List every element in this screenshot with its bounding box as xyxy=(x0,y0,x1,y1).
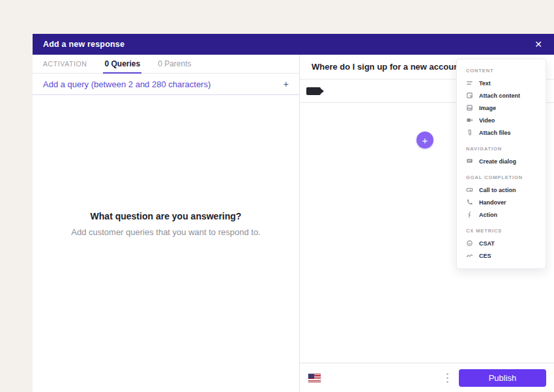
text-icon xyxy=(466,79,473,87)
tab-bar: ACTIVATION 0 Queries 0 Parents xyxy=(33,55,299,74)
menu-item-attach-content[interactable]: Attach content xyxy=(457,89,546,102)
attach-content-icon xyxy=(466,92,473,99)
menu-section-cx-metrics: CX METRICS xyxy=(457,221,546,237)
attach-files-icon xyxy=(466,129,473,136)
text-block-handle[interactable] xyxy=(306,87,321,95)
tab-parents[interactable]: 0 Parents xyxy=(158,55,191,73)
handover-icon xyxy=(466,199,473,206)
add-query-label: Add a query (between 2 and 280 character… xyxy=(43,79,211,89)
menu-section-navigation: NAVIGATION xyxy=(457,139,546,155)
menu-item-image[interactable]: Image xyxy=(457,102,546,114)
more-options-icon[interactable] xyxy=(445,371,450,385)
add-query-row[interactable]: Add a query (between 2 and 280 character… xyxy=(33,74,299,95)
menu-item-handover[interactable]: Handover xyxy=(457,196,546,208)
tab-queries[interactable]: 0 Queries xyxy=(104,55,140,73)
editor-footer: Publish xyxy=(300,363,554,392)
ces-icon xyxy=(466,252,473,259)
menu-section-content: CONTENT xyxy=(457,61,546,77)
menu-item-create-dialog[interactable]: Create dialog xyxy=(457,155,546,167)
create-dialog-icon xyxy=(466,158,473,165)
action-icon xyxy=(466,211,473,218)
us-flag-icon[interactable] xyxy=(308,373,321,383)
menu-item-text[interactable]: Text xyxy=(457,77,546,89)
tab-activation[interactable]: ACTIVATION xyxy=(43,55,87,73)
menu-item-action[interactable]: Action xyxy=(457,208,546,221)
call-to-action-icon xyxy=(466,186,473,193)
add-query-plus-icon[interactable]: + xyxy=(284,79,289,89)
queries-empty-state: What question are you answering? Add cus… xyxy=(33,211,299,237)
empty-state-subtitle: Add customer queries that you want to re… xyxy=(33,227,299,237)
menu-section-goal-completion: GOAL COMPLETION xyxy=(457,167,546,184)
video-icon xyxy=(466,117,473,124)
flag-canton xyxy=(308,374,314,378)
empty-state-title: What question are you answering? xyxy=(33,211,299,221)
menu-item-csat[interactable]: CSAT xyxy=(457,237,546,249)
csat-icon xyxy=(466,240,473,247)
publish-button[interactable]: Publish xyxy=(459,369,546,387)
image-icon xyxy=(466,104,473,111)
menu-item-ces[interactable]: CES xyxy=(457,249,546,262)
question-title: Where do I sign up for a new account? xyxy=(312,62,467,72)
modal-title: Add a new response xyxy=(43,40,124,49)
add-block-button[interactable]: + xyxy=(416,132,433,148)
block-type-menu: CONTENT Text Attach content Image Video … xyxy=(456,59,546,269)
close-icon[interactable]: ✕ xyxy=(533,38,544,50)
screen: Add a new response ✕ ACTIVATION 0 Querie… xyxy=(0,0,554,392)
modal-header: Add a new response ✕ xyxy=(33,34,554,55)
menu-item-call-to-action[interactable]: Call to action xyxy=(457,184,546,196)
queries-panel: ACTIVATION 0 Queries 0 Parents Add a que… xyxy=(33,55,300,392)
menu-item-video[interactable]: Video xyxy=(457,114,546,126)
menu-item-attach-files[interactable]: Attach files xyxy=(457,126,546,139)
